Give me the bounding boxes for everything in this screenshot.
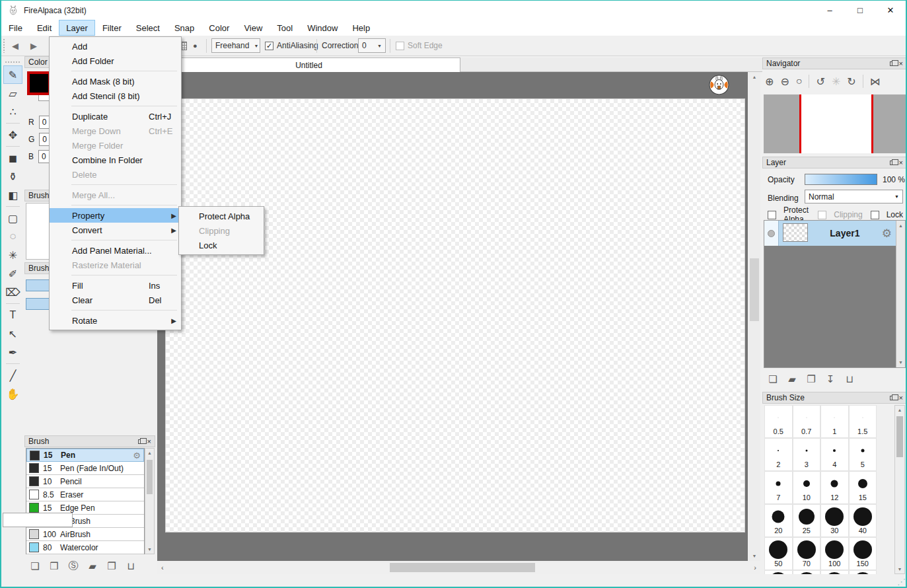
scroll-up-icon[interactable]: ▲ [896, 223, 905, 228]
rotate-left-icon[interactable]: ↺ [816, 75, 824, 88]
float-panel-icon[interactable] [890, 396, 895, 400]
menu-item-convert[interactable]: Convert▶ [50, 223, 181, 237]
brush-size-cell-15[interactable]: 15 [849, 471, 877, 504]
menu-filter[interactable]: Filter [95, 20, 129, 36]
smudge-tool[interactable]: ∴ [3, 102, 22, 121]
menu-item-add-folder[interactable]: Add Folder [50, 54, 181, 68]
layer-list-scrollbar[interactable]: ▲ ▼ [896, 221, 905, 367]
brush-settings-gear-icon[interactable]: ⚙ [133, 451, 141, 460]
zoom-in-icon[interactable]: ⊕ [765, 75, 774, 88]
canvas-vertical-scrollbar[interactable]: ▲ ▼ [748, 72, 760, 561]
move-tool[interactable]: ✥ [3, 126, 22, 144]
brush-row-pencil[interactable]: 10Pencil [26, 475, 144, 488]
operation-tool[interactable]: ↖ [3, 324, 22, 343]
scroll-left-icon[interactable]: ‹ [161, 564, 164, 571]
menu-view[interactable]: View [236, 20, 270, 36]
antialiasing-checkbox[interactable]: ✓ [265, 42, 273, 50]
protect-alpha-checkbox[interactable] [768, 211, 776, 219]
fill-rect-tool[interactable]: ◼ [3, 149, 22, 167]
float-panel-icon[interactable] [138, 439, 143, 444]
brush-row-watercolor[interactable]: 80Watercolor [26, 541, 144, 554]
resize-grip-icon[interactable]: ⋰ [897, 577, 906, 587]
lasso-tool[interactable]: ◌ [3, 227, 22, 246]
brush-size-cell-70[interactable]: 70 [793, 537, 821, 570]
brush-size-cell-150[interactable]: 150 [849, 537, 877, 570]
redo-icon[interactable]: ▶ [30, 41, 36, 51]
brush-size-cell-partial[interactable] [849, 570, 877, 574]
brush-size-cell-40[interactable]: 40 [849, 504, 877, 537]
brush-folder-icon[interactable]: ▰ [86, 560, 99, 572]
select-rect-tool[interactable]: ▢ [3, 209, 22, 227]
menu-tool[interactable]: Tool [270, 20, 300, 36]
close-panel-icon[interactable]: × [147, 438, 151, 445]
soft-edge-checkbox[interactable] [396, 42, 404, 50]
brush-size-cell-12[interactable]: 12 [820, 471, 849, 504]
magic-wand-tool[interactable]: ✳ [3, 246, 22, 264]
scrollbar-thumb[interactable] [147, 460, 153, 494]
select-eraser-tool[interactable]: ⌦ [3, 283, 22, 301]
menu-item-clear[interactable]: ClearDel [50, 293, 181, 307]
menu-layer[interactable]: Layer [59, 20, 95, 36]
menu-item-delete[interactable]: Delete [50, 167, 181, 182]
brush-size-cell-3[interactable]: 3 [793, 438, 821, 471]
gradient-tool[interactable]: ◧ [3, 186, 22, 204]
menu-item-add-mask-8-bit[interactable]: Add Mask (8 bit) [50, 74, 181, 89]
delete-brush-icon[interactable]: ⊔ [124, 560, 137, 572]
menu-item-rotate[interactable]: Rotate▶ [50, 313, 181, 328]
menu-item-property[interactable]: Property▶ [50, 208, 181, 223]
layer-row[interactable]: Layer1⚙ [764, 221, 896, 246]
tool-strip-handle[interactable] [5, 61, 21, 63]
stroke-mode-dropdown[interactable]: Freehand▼ [211, 38, 260, 53]
brush-size-cell-50[interactable]: 50 [764, 537, 793, 570]
divide-tool[interactable]: ✒ [3, 343, 22, 361]
scroll-up-icon[interactable]: ▲ [748, 75, 760, 79]
lock-checkbox[interactable] [871, 211, 879, 219]
layer-thumbnail[interactable] [783, 223, 808, 242]
submenu-item-protect-alpha[interactable]: Protect Alpha [179, 209, 264, 223]
brush-size-cell-5[interactable]: 5 [849, 438, 877, 471]
blending-dropdown[interactable]: Normal ▼ [805, 190, 903, 203]
layer-settings-gear-icon[interactable]: ⚙ [882, 227, 892, 240]
brush-size-cell-1[interactable]: 1 [820, 405, 849, 438]
menu-file[interactable]: File [1, 20, 30, 36]
toolbar-drag-handle[interactable] [3, 38, 6, 53]
canvas-viewport[interactable] [157, 72, 748, 561]
menu-item-merge-all[interactable]: Merge All... [50, 188, 181, 202]
rotate-reset-icon[interactable]: ✳ [832, 75, 840, 88]
brush-size-cell-partial[interactable] [820, 570, 849, 574]
text-tool[interactable]: T [3, 306, 22, 324]
hand-tool[interactable]: ✋ [3, 385, 22, 403]
submenu-item-lock[interactable]: Lock [179, 238, 264, 252]
submenu-item-clipping[interactable]: Clipping [179, 223, 264, 238]
menu-item-rasterize-material[interactable]: Rasterize Material [50, 258, 181, 272]
menu-item-add[interactable]: Add [50, 39, 181, 54]
menu-select[interactable]: Select [129, 20, 167, 36]
brush-size-cell-20[interactable]: 20 [764, 504, 793, 537]
scrollbar-thumb[interactable] [390, 563, 535, 572]
new-layer-icon[interactable]: ❏ [766, 373, 780, 385]
close-panel-icon[interactable]: × [899, 159, 903, 166]
eyedropper-tool[interactable]: ╱ [3, 366, 22, 385]
close-button[interactable]: ✕ [875, 1, 906, 20]
opacity-slider[interactable] [805, 174, 877, 185]
scroll-down-icon[interactable]: ▼ [895, 567, 904, 571]
scrollbar-thumb[interactable] [896, 416, 903, 457]
brush-row-airbrush[interactable]: 100AirBrush [26, 528, 144, 541]
float-panel-icon[interactable] [890, 161, 895, 165]
scroll-down-icon[interactable]: ▼ [748, 554, 760, 558]
menu-item-add-panel-material[interactable]: Add Panel Material... [50, 243, 181, 258]
menu-edit[interactable]: Edit [30, 20, 59, 36]
scroll-right-icon[interactable]: › [754, 564, 756, 571]
rotate-right-icon[interactable]: ↻ [847, 75, 855, 88]
transfer-down-icon[interactable]: ↧ [824, 373, 837, 385]
brush-size-cell-partial[interactable] [793, 570, 821, 574]
brush-row-pen[interactable]: 15Pen⚙ [26, 449, 144, 462]
close-panel-icon[interactable]: × [899, 394, 903, 402]
eraser-tool[interactable]: ▱ [3, 84, 22, 102]
brush-size-cell-0.7[interactable]: 0.7 [793, 405, 821, 438]
brush-size-cell-1.5[interactable]: 1.5 [849, 405, 877, 438]
add-script-brush-icon[interactable]: Ⓢ [67, 560, 80, 572]
menu-item-combine-in-folder[interactable]: Combine In Folder [50, 153, 181, 167]
add-brush-icon[interactable]: ❏ [28, 560, 42, 572]
delete-layer-icon[interactable]: ⊔ [843, 373, 856, 385]
